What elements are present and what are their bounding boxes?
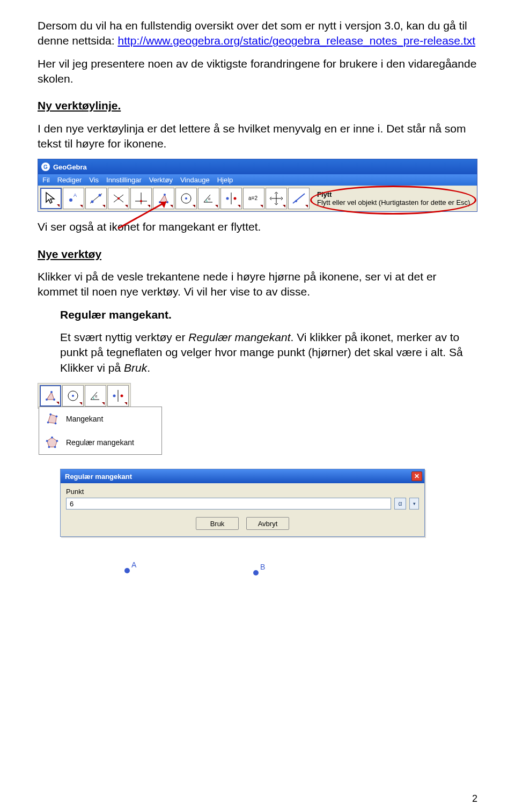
svg-point-37 (121, 395, 123, 397)
svg-marker-43 (47, 438, 57, 447)
release-notes-link[interactable]: http://www.geogebra.org/static/geogebra_… (117, 34, 475, 47)
geogebra-menubar: Fil Rediger Vis Innstillingar Verktøy Vi… (38, 174, 477, 186)
svg-point-48 (46, 440, 48, 442)
svg-point-20 (234, 197, 237, 200)
dropdown-arrow-icon (57, 204, 60, 207)
tool-text[interactable]: a=2 (243, 188, 264, 209)
tool-slider[interactable] (266, 188, 287, 209)
polygon-icon (43, 410, 61, 427)
tool-angle-2[interactable]: α (85, 385, 106, 407)
app-title: GeoGebra (53, 163, 87, 171)
svg-point-41 (56, 416, 58, 418)
alpha-dropdown-button[interactable]: ▾ (409, 498, 419, 510)
svg-point-30 (53, 398, 55, 401)
svg-point-47 (48, 446, 50, 448)
section-title-new-tools: Nye verktøy (38, 247, 477, 262)
alpha-icon: α (399, 500, 402, 507)
svg-point-19 (226, 197, 229, 200)
ok-button[interactable]: Bruk (196, 517, 239, 530)
geogebra-toolbar: A α a=2 Flytt Flytt eller vel objekt (Hu… (38, 186, 477, 211)
tool-circle[interactable] (175, 188, 197, 209)
tool-perpendicular[interactable] (130, 188, 152, 209)
points-input[interactable] (66, 498, 391, 510)
svg-marker-28 (47, 392, 54, 400)
chevron-down-icon: ▾ (413, 501, 416, 506)
geogebra-window: G GeoGebra Fil Rediger Vis Innstillingar… (38, 159, 477, 212)
regular-polygon-icon (43, 434, 61, 451)
tool-angle[interactable]: α (198, 188, 219, 209)
sec2-para-2: Klikker vi på de vesle trekantene nede i… (38, 269, 477, 300)
tool-reflect-2[interactable] (107, 385, 129, 407)
menu-vis[interactable]: Vis (89, 176, 99, 184)
svg-point-10 (140, 200, 142, 202)
svg-point-33 (72, 395, 74, 397)
menu-rediger[interactable]: Rediger (57, 176, 82, 184)
svg-text:a=2: a=2 (248, 195, 258, 201)
point-a (124, 568, 130, 573)
polygon-toolrow: α (38, 383, 131, 409)
svg-marker-11 (160, 195, 167, 202)
tool-point[interactable]: A (63, 188, 84, 209)
point-a-label: A (131, 560, 136, 569)
dialog-titlebar: Regulær mangekant ✕ (61, 469, 424, 483)
svg-point-44 (51, 437, 53, 439)
svg-point-31 (50, 391, 53, 393)
svg-point-29 (46, 398, 48, 401)
svg-point-7 (117, 197, 120, 200)
menu-hjelp[interactable]: Hjelp (217, 176, 233, 184)
menu-fil[interactable]: Fil (42, 176, 50, 184)
point-b (253, 570, 259, 575)
regular-polygon-dialog: Regulær mangekant ✕ Punkt α ▾ Bruk Avbry… (60, 469, 425, 537)
page-number: 2 (472, 793, 477, 804)
svg-point-25 (295, 200, 297, 202)
menu-verktoy[interactable]: Verktøy (149, 176, 173, 184)
menu-vindauge[interactable]: Vindauge (180, 176, 210, 184)
svg-point-45 (56, 440, 58, 442)
sec1-para-1: I den nye verktøylinja er det lettere å … (38, 121, 477, 152)
svg-point-4 (99, 194, 101, 197)
svg-point-46 (54, 446, 56, 448)
submenu-item-polygon[interactable]: Mangekant (39, 407, 161, 431)
dialog-body: Punkt α ▾ Bruk Avbryt (61, 483, 424, 536)
svg-line-24 (293, 194, 305, 203)
dialog-title: Regulær mangekant (65, 473, 132, 481)
point-b-label: B (260, 563, 265, 571)
svg-point-13 (166, 201, 168, 203)
hint-title: Flytt (317, 190, 470, 198)
dialog-field-label: Punkt (66, 488, 419, 496)
tool-reflect[interactable] (220, 188, 242, 209)
tool-circle-2[interactable] (62, 385, 84, 407)
tool-polygon-selected[interactable] (40, 385, 61, 407)
cancel-button[interactable]: Avbryt (246, 517, 289, 530)
svg-text:α: α (95, 394, 97, 398)
svg-text:α: α (208, 197, 210, 201)
geogebra-titlebar: G GeoGebra (38, 159, 477, 174)
geogebra-logo-icon: G (41, 163, 50, 171)
svg-point-0 (69, 198, 72, 202)
svg-text:A: A (73, 193, 77, 198)
tool-polygon[interactable] (153, 188, 174, 209)
geogebra-toolbar-figure: G GeoGebra Fil Rediger Vis Innstillingar… (38, 159, 477, 212)
svg-point-40 (55, 423, 57, 425)
sec2-para-1: Vi ser også at ikonet for mangekant er f… (38, 219, 477, 234)
svg-marker-38 (48, 415, 57, 424)
dialog-close-button[interactable]: ✕ (411, 471, 422, 481)
submenu-item-regular-polygon[interactable]: Regulær mangekant (39, 431, 161, 454)
svg-point-39 (47, 422, 49, 424)
svg-point-12 (159, 201, 161, 203)
points-figure: A B (60, 553, 477, 585)
polygon-submenu-figure: α Mangekant Regulær mangekant (38, 383, 477, 458)
submenu-label-polygon: Mangekant (66, 415, 103, 423)
tool-move[interactable] (40, 188, 62, 209)
polygon-submenu: Mangekant Regulær mangekant (39, 407, 162, 455)
tool-move-view[interactable] (288, 188, 310, 209)
section-title-toolbar: Ny verktøylinje. (38, 98, 477, 113)
svg-point-14 (164, 194, 166, 196)
svg-point-36 (113, 395, 116, 397)
alpha-button[interactable]: α (394, 498, 406, 510)
menu-innstillingar[interactable]: Innstillingar (106, 176, 142, 184)
tool-segment[interactable] (108, 188, 129, 209)
sec2-para-3: Et svært nyttig verktøy er Regulær mange… (60, 330, 477, 375)
svg-point-3 (91, 201, 94, 203)
tool-line[interactable] (85, 188, 107, 209)
